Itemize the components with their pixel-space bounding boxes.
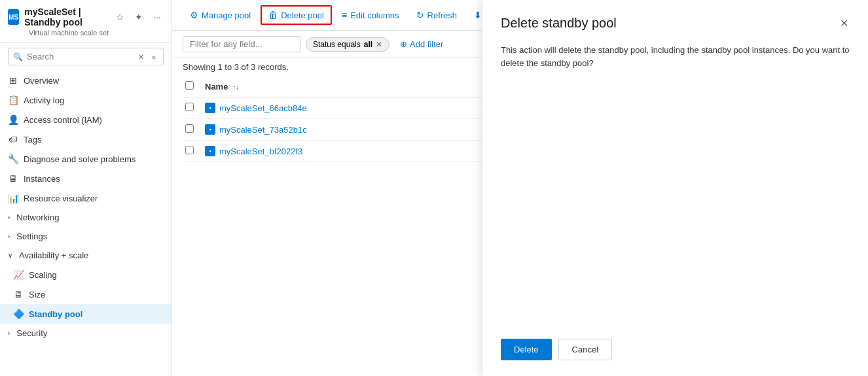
search-collapse-icon[interactable]: « [149, 51, 158, 62]
search-icon: 🔍 [13, 52, 23, 61]
dialog-footer: Delete Cancel [501, 328, 850, 360]
refresh-button[interactable]: ↻ Refresh [409, 6, 465, 24]
scaling-icon: 📈 [13, 269, 24, 280]
app-name: myScaleSet | Standby pool [24, 7, 108, 27]
vm-icon: ▪ [205, 103, 215, 113]
delete-pool-icon: 🗑 [268, 10, 278, 20]
delete-dialog: Delete standby pool ✕ This action will d… [482, 0, 868, 376]
sidebar-item-standby-pool[interactable]: 🔷 Standby pool [0, 304, 172, 324]
iam-icon: 👤 [8, 114, 18, 125]
cancel-button[interactable]: Cancel [558, 339, 612, 360]
add-filter-button[interactable]: ⊕ Add filter [395, 37, 448, 52]
refresh-icon: ↻ [416, 10, 424, 20]
filter-input[interactable] [183, 36, 300, 52]
sidebar-item-diagnose[interactable]: 🔧 Diagnose and solve problems [0, 149, 172, 169]
row-checkbox[interactable] [185, 124, 194, 133]
dialog-close-button[interactable]: ✕ [839, 16, 850, 31]
edit-columns-icon: ≡ [342, 10, 347, 20]
app-subtitle: Virtual machine scale set [29, 29, 164, 37]
delete-pool-button[interactable]: 🗑 Delete pool [261, 5, 332, 25]
dialog-title: Delete standby pool [501, 16, 617, 31]
sidebar-item-settings[interactable]: › Settings [0, 227, 172, 246]
star-icon[interactable]: ✦ [132, 10, 145, 24]
sidebar-item-size[interactable]: 🖥 Size [0, 284, 172, 304]
search-box: 🔍 ✕ « [8, 48, 164, 65]
sidebar: MS myScaleSet | Standby pool ☆ ✦ ··· Vir… [0, 0, 172, 376]
app-title: MS myScaleSet | Standby pool ☆ ✦ ··· [8, 7, 164, 27]
main-content: ⚙ Manage pool 🗑 Delete pool ≡ Edit colum… [172, 0, 868, 376]
dialog-body: This action will delete the standby pool… [501, 44, 850, 328]
size-icon: 🖥 [13, 289, 24, 299]
select-all-header [183, 76, 202, 97]
sidebar-item-scaling[interactable]: 📈 Scaling [0, 265, 172, 284]
chevron-down-icon: ∨ [8, 252, 12, 259]
row-checkbox-cell [183, 119, 202, 141]
dialog-header: Delete standby pool ✕ [501, 16, 850, 31]
overview-icon: ⊞ [8, 75, 18, 86]
sidebar-item-resource-visualizer[interactable]: 📊 Resource visualizer [0, 188, 172, 208]
export-icon: ⬇ [474, 10, 482, 20]
filter-close-icon[interactable]: ✕ [376, 40, 382, 49]
row-checkbox[interactable] [185, 146, 194, 154]
row-checkbox-cell [183, 97, 202, 119]
instances-icon: 🖥 [8, 173, 18, 184]
sidebar-item-activity-log[interactable]: 📋 Activity log [0, 90, 172, 110]
manage-pool-icon: ⚙ [190, 10, 198, 20]
sidebar-item-tags[interactable]: 🏷 Tags [0, 129, 172, 149]
sidebar-item-instances[interactable]: 🖥 Instances [0, 169, 172, 188]
sidebar-item-access-control[interactable]: 👤 Access control (IAM) [0, 110, 172, 129]
sidebar-nav: ⊞ Overview 📋 Activity log 👤 Access contr… [0, 71, 172, 343]
row-checkbox-cell [183, 141, 202, 162]
chevron-right-icon: › [8, 330, 10, 337]
sidebar-item-overview[interactable]: ⊞ Overview [0, 71, 172, 90]
sidebar-item-networking[interactable]: › Networking [0, 208, 172, 227]
sidebar-item-security[interactable]: › Security [0, 324, 172, 343]
chevron-right-icon: › [8, 214, 10, 221]
search-clear-icon[interactable]: ✕ [136, 51, 147, 62]
manage-pool-button[interactable]: ⚙ Manage pool [183, 6, 258, 24]
edit-columns-button[interactable]: ≡ Edit columns [335, 6, 407, 24]
sidebar-header: MS myScaleSet | Standby pool ☆ ✦ ··· Vir… [0, 0, 172, 43]
app-icon: MS [8, 9, 19, 25]
select-all-checkbox[interactable] [185, 81, 194, 90]
sidebar-item-availability-scale[interactable]: ∨ Availability + scale [0, 246, 172, 265]
row-checkbox[interactable] [185, 103, 194, 111]
chevron-right-icon: › [8, 233, 10, 240]
filter-tag-status: Status equals all ✕ [306, 37, 389, 52]
favorite-icon[interactable]: ☆ [113, 10, 127, 24]
diagnose-icon: 🔧 [8, 154, 18, 164]
vm-icon: ▪ [205, 124, 215, 135]
activity-log-icon: 📋 [8, 95, 18, 105]
confirm-delete-button[interactable]: Delete [501, 339, 552, 360]
tags-icon: 🏷 [8, 134, 18, 145]
vm-icon: ▪ [205, 146, 215, 156]
resource-visualizer-icon: 📊 [8, 193, 18, 203]
add-filter-icon: ⊕ [400, 39, 407, 49]
more-icon[interactable]: ··· [151, 10, 164, 24]
standby-pool-icon: 🔷 [13, 309, 24, 319]
